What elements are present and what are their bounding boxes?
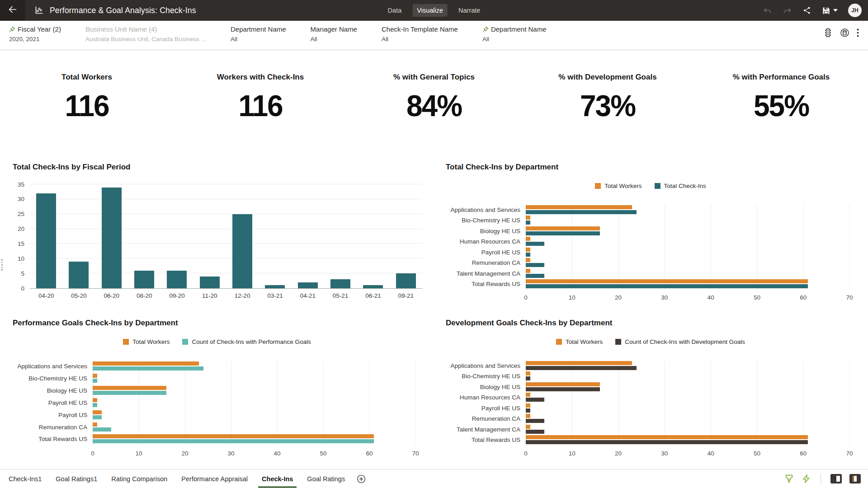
filter-manager-name[interactable]: Manager NameAll — [311, 25, 357, 42]
redo-icon[interactable] — [783, 6, 792, 15]
bar[interactable] — [93, 398, 97, 402]
bar-column — [128, 184, 160, 288]
legend-swatch — [182, 339, 188, 345]
visualization-settings-icon[interactable] — [823, 28, 833, 38]
bar[interactable] — [526, 371, 530, 375]
toggle-grammar-panel-icon[interactable] — [830, 474, 842, 483]
canvas-tab-check-ins[interactable]: Check-Ins — [262, 469, 293, 488]
bar[interactable] — [93, 386, 166, 390]
filter-department-name[interactable]: Department NameAll — [231, 25, 286, 42]
bar[interactable] — [526, 248, 530, 252]
bar[interactable] — [93, 361, 199, 366]
canvas-tab-goal-ratings[interactable]: Goal Ratings — [307, 469, 345, 488]
bar[interactable] — [526, 361, 632, 365]
x-axis-tick-label: 08-20 — [128, 292, 160, 299]
bar[interactable] — [526, 404, 530, 408]
bar[interactable] — [69, 262, 89, 288]
bar[interactable] — [526, 269, 530, 273]
chart-title: Performance Goals Check-Ins by Departmen… — [13, 319, 178, 328]
bar[interactable] — [526, 408, 530, 413]
bar[interactable] — [526, 279, 808, 283]
auto-apply-lightning-icon[interactable] — [802, 474, 811, 483]
bar[interactable] — [102, 188, 122, 288]
bar[interactable] — [298, 282, 318, 288]
bar[interactable] — [330, 279, 350, 288]
bar[interactable] — [134, 271, 154, 288]
bar[interactable] — [232, 214, 252, 288]
bar[interactable] — [93, 427, 111, 432]
footer-divider — [821, 474, 821, 484]
bar[interactable] — [526, 430, 544, 434]
bar[interactable] — [526, 387, 600, 391]
tab-data[interactable]: Data — [383, 4, 406, 17]
bar[interactable] — [93, 434, 374, 438]
bar[interactable] — [526, 382, 600, 386]
tab-narrate[interactable]: Narrate — [454, 4, 485, 17]
bar[interactable] — [526, 221, 530, 225]
bar[interactable] — [526, 398, 544, 402]
legend-swatch — [556, 339, 562, 345]
legend-item[interactable]: Total Check-Ins — [655, 183, 706, 189]
bar[interactable] — [526, 414, 530, 418]
canvas-tab-rating-comparison[interactable]: Rating Comparison — [111, 469, 167, 488]
save-menu[interactable] — [822, 6, 838, 15]
toggle-data-panel-icon[interactable] — [849, 474, 861, 483]
bar[interactable] — [526, 440, 808, 444]
legend-item[interactable]: Total Workers — [595, 183, 642, 189]
filter-department-name[interactable]: Department NameAll — [482, 25, 547, 42]
refresh-data-icon[interactable] — [840, 28, 849, 38]
back-button[interactable] — [0, 0, 25, 21]
bar[interactable] — [526, 284, 808, 288]
legend-item[interactable]: Total Workers — [123, 338, 170, 345]
bar[interactable] — [526, 263, 544, 267]
bar[interactable] — [526, 376, 530, 380]
bar[interactable] — [526, 231, 600, 235]
canvas-tab-performance-appraisal[interactable]: Performance Appraisal — [181, 469, 248, 488]
bar[interactable] — [526, 253, 530, 257]
canvas-drag-grip[interactable] — [0, 258, 4, 272]
bar[interactable] — [526, 237, 530, 241]
bar[interactable] — [526, 210, 637, 214]
bar[interactable] — [526, 258, 530, 262]
bar[interactable] — [93, 415, 102, 419]
bar[interactable] — [93, 410, 102, 414]
bar[interactable] — [93, 366, 203, 371]
filter-check-in-template-name[interactable]: Check-In Template NameAll — [382, 25, 458, 42]
bar[interactable] — [93, 403, 97, 407]
add-canvas-button[interactable] — [357, 474, 366, 483]
bar[interactable] — [526, 419, 544, 423]
legend-item[interactable]: Count of Check-Ins with Performance Goal… — [182, 338, 311, 345]
bar[interactable] — [526, 205, 632, 209]
bar[interactable] — [526, 226, 600, 230]
filter-business-unit-name-4[interactable]: Business Unit Name (4)Australia Business… — [85, 25, 206, 42]
more-options-icon[interactable] — [857, 28, 859, 37]
bar[interactable] — [526, 435, 808, 439]
share-icon[interactable] — [802, 6, 811, 15]
bar[interactable] — [526, 425, 530, 429]
user-avatar[interactable]: JH — [848, 4, 862, 17]
bar[interactable] — [526, 242, 544, 246]
bar[interactable] — [167, 271, 187, 288]
bar[interactable] — [93, 439, 374, 443]
bar[interactable] — [396, 273, 416, 288]
undo-icon[interactable] — [763, 6, 772, 15]
bar[interactable] — [526, 366, 637, 370]
bar[interactable] — [93, 391, 166, 395]
canvas-tab-check-ins1[interactable]: Check-Ins1 — [9, 469, 42, 488]
bar[interactable] — [36, 193, 56, 288]
bar[interactable] — [93, 422, 97, 427]
filter-fiscal-year-2[interactable]: Fiscal Year (2)2020, 2021 — [9, 25, 61, 42]
bar[interactable] — [363, 285, 383, 288]
legend-item[interactable]: Count of Check-Ins with Development Goal… — [615, 338, 745, 345]
canvas-tab-goal-ratings1[interactable]: Goal Ratings1 — [56, 469, 97, 488]
bar[interactable] — [200, 277, 220, 288]
bar[interactable] — [526, 216, 530, 220]
tab-visualize[interactable]: Visualize — [412, 4, 448, 17]
bar[interactable] — [93, 374, 97, 378]
bar[interactable] — [526, 274, 544, 278]
canvas-properties-brush-icon[interactable] — [784, 474, 794, 483]
legend-item[interactable]: Total Workers — [556, 338, 603, 345]
bar[interactable] — [93, 379, 97, 383]
bar[interactable] — [265, 285, 285, 288]
bar[interactable] — [526, 393, 530, 397]
